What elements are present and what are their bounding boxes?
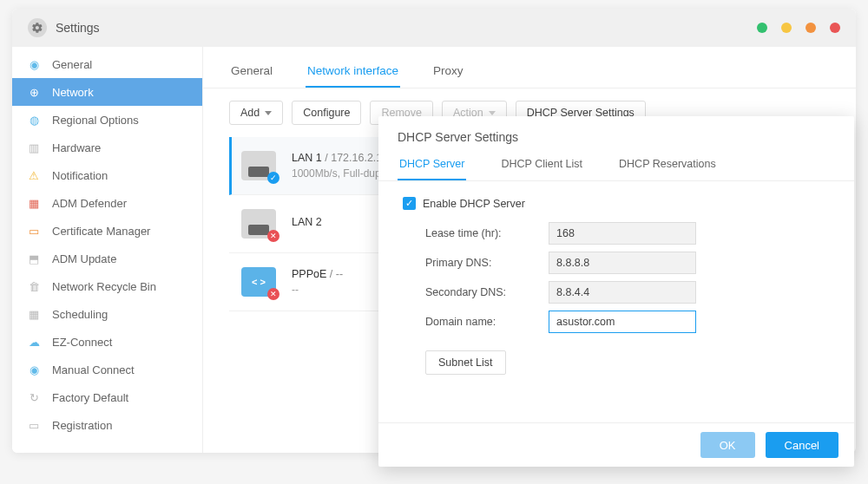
globe-icon: ◍ xyxy=(26,112,42,128)
ok-button[interactable]: OK xyxy=(700,432,755,458)
sidebar-item-certificate[interactable]: ▭Certificate Manager xyxy=(12,217,202,245)
sidebar-item-label: Regional Options xyxy=(52,114,139,127)
sidebar-item-notification[interactable]: ⚠Notification xyxy=(12,161,202,189)
sidebar-item-label: General xyxy=(52,58,92,71)
chevron-down-icon xyxy=(265,111,272,115)
nic-ip: -- xyxy=(336,268,343,280)
sidebar-item-label: Network Recycle Bin xyxy=(52,280,156,293)
sidebar-item-label: Manual Connect xyxy=(52,363,135,376)
status-error-icon: ✕ xyxy=(267,288,279,300)
subnet-list-button[interactable]: Subnet List xyxy=(425,350,506,375)
domain-name-input[interactable] xyxy=(549,311,696,333)
globe2-icon: ◉ xyxy=(26,362,42,377)
dialog-tabs: DHCP Server DHCP Client List DHCP Reserv… xyxy=(378,153,854,181)
sidebar-item-adm-defender[interactable]: ▦ADM Defender xyxy=(12,189,202,217)
sidebar-item-ez-connect[interactable]: ☁EZ-Connect xyxy=(12,328,202,356)
sidebar-item-label: EZ-Connect xyxy=(52,336,112,349)
nic-details: -- xyxy=(292,284,343,296)
traffic-green-icon[interactable] xyxy=(757,23,767,33)
recycle-icon: 🗑 xyxy=(26,278,42,294)
sidebar-item-scheduling[interactable]: ▦Scheduling xyxy=(12,300,202,328)
dhcp-settings-dialog: DHCP Server Settings DHCP Server DHCP Cl… xyxy=(378,116,854,467)
sidebar-item-registration[interactable]: ▭Registration xyxy=(12,411,202,439)
cancel-button[interactable]: Cancel xyxy=(766,432,838,458)
dialog-footer: OK Cancel xyxy=(378,422,854,467)
sidebar: ◉General ⊕Network ◍Regional Options ▥Har… xyxy=(12,47,203,453)
tab-general[interactable]: General xyxy=(229,59,274,88)
pppoe-icon: ✕ xyxy=(241,267,276,297)
titlebar: Settings xyxy=(12,9,856,47)
lease-time-input[interactable] xyxy=(549,222,696,245)
traffic-orange-icon[interactable] xyxy=(806,23,816,33)
sidebar-item-label: Notification xyxy=(52,169,108,182)
enable-dhcp-row[interactable]: ✓ Enable DHCP Server xyxy=(403,197,830,210)
sidebar-item-recycle-bin[interactable]: 🗑Network Recycle Bin xyxy=(12,272,202,300)
ethernet-port-icon: ✓ xyxy=(241,151,276,180)
sidebar-item-label: ADM Defender xyxy=(52,197,127,210)
status-error-icon: ✕ xyxy=(267,230,279,242)
tab-network-interface[interactable]: Network interface xyxy=(306,59,400,88)
sidebar-item-manual-connect[interactable]: ◉Manual Connect xyxy=(12,356,202,383)
domain-name-label: Domain name: xyxy=(403,316,549,328)
notification-icon: ⚠ xyxy=(26,167,42,183)
certificate-icon: ▭ xyxy=(26,223,42,239)
sidebar-item-label: Hardware xyxy=(52,141,101,154)
tab-dhcp-client-list[interactable]: DHCP Client List xyxy=(499,153,584,180)
sidebar-item-factory-default[interactable]: ↻Factory Default xyxy=(12,383,202,411)
calendar-icon: ▦ xyxy=(26,306,42,322)
main-tabs: General Network interface Proxy xyxy=(203,59,856,88)
secondary-dns-label: Secondary DNS: xyxy=(403,286,549,298)
defender-icon: ▦ xyxy=(26,195,42,211)
tab-proxy[interactable]: Proxy xyxy=(431,59,465,88)
checkbox-checked-icon[interactable]: ✓ xyxy=(403,197,416,210)
sidebar-item-network[interactable]: ⊕Network xyxy=(12,78,202,106)
traffic-red-icon[interactable] xyxy=(830,23,840,33)
dialog-body: ✓ Enable DHCP Server Lease time (hr): Pr… xyxy=(378,181,854,422)
nic-name: LAN 2 xyxy=(292,216,322,228)
sidebar-item-hardware[interactable]: ▥Hardware xyxy=(12,134,202,161)
update-icon: ⬒ xyxy=(26,251,42,266)
status-ok-icon: ✓ xyxy=(267,172,279,184)
registration-icon: ▭ xyxy=(26,417,42,433)
tab-dhcp-reservations[interactable]: DHCP Reservations xyxy=(617,153,718,180)
nic-name: LAN 1 xyxy=(292,152,322,164)
sidebar-item-label: Factory Default xyxy=(52,391,128,404)
primary-dns-input[interactable] xyxy=(549,252,696,274)
lease-time-label: Lease time (hr): xyxy=(403,227,549,239)
sidebar-item-general[interactable]: ◉General xyxy=(12,50,202,78)
sidebar-item-label: Scheduling xyxy=(52,308,108,321)
nic-name: PPPoE xyxy=(292,268,326,280)
sidebar-item-label: Registration xyxy=(52,419,112,432)
sidebar-item-label: ADM Update xyxy=(52,252,116,265)
configure-button[interactable]: Configure xyxy=(292,101,361,125)
add-button[interactable]: Add xyxy=(229,101,283,125)
window-traffic-lights xyxy=(757,23,840,33)
sidebar-item-label: Network xyxy=(52,86,94,99)
sidebar-item-regional[interactable]: ◍Regional Options xyxy=(12,106,202,134)
window-title: Settings xyxy=(56,21,100,35)
primary-dns-label: Primary DNS: xyxy=(403,257,549,269)
sidebar-item-adm-update[interactable]: ⬒ADM Update xyxy=(12,245,202,272)
traffic-yellow-icon[interactable] xyxy=(781,23,792,33)
general-icon: ◉ xyxy=(26,56,42,72)
tab-dhcp-server[interactable]: DHCP Server xyxy=(398,153,466,180)
chevron-down-icon xyxy=(489,111,496,115)
hardware-icon: ▥ xyxy=(26,140,42,155)
reset-icon: ↻ xyxy=(26,389,42,405)
secondary-dns-input[interactable] xyxy=(549,281,696,304)
enable-dhcp-label: Enable DHCP Server xyxy=(423,198,525,210)
ethernet-port-icon: ✕ xyxy=(241,209,276,239)
dialog-title: DHCP Server Settings xyxy=(378,116,854,153)
cloud-icon: ☁ xyxy=(26,334,42,350)
settings-app-icon xyxy=(28,18,47,37)
network-icon: ⊕ xyxy=(26,84,42,100)
sidebar-item-label: Certificate Manager xyxy=(52,225,150,238)
